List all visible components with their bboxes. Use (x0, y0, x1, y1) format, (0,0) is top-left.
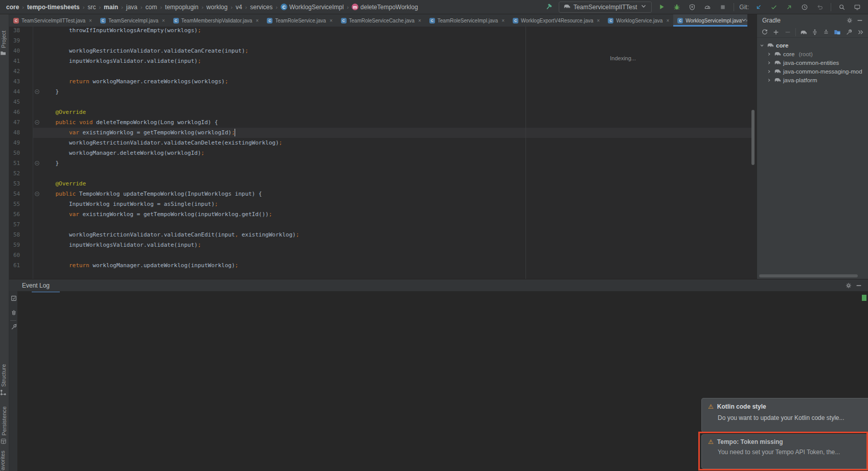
tool-button-favorites[interactable]: ★Favorites (0, 451, 6, 471)
tab-WorklogExportV4Resource.java[interactable]: CWorklogExportV4Resource.java× (509, 14, 604, 27)
breadcrumb-label: tempo-timesheets (27, 4, 80, 11)
line-number: 51 (13, 160, 29, 167)
build-hammer-icon[interactable] (543, 2, 555, 13)
hidden-tabs-chevron-icon[interactable] (740, 16, 747, 25)
tab-close-icon[interactable]: × (330, 18, 333, 23)
sources-folder-icon[interactable] (833, 28, 842, 37)
minimize-icon[interactable] (855, 16, 865, 25)
tool-button-project[interactable]: Project (0, 31, 7, 56)
code-token: worklogRestrictionValidator.validateCanD… (42, 139, 279, 146)
profiler-button[interactable] (702, 2, 713, 13)
expand-all-icon[interactable] (810, 28, 819, 37)
git-update-button[interactable] (753, 2, 764, 13)
tab-TeamMembershipValidator.java[interactable]: CTeamMembershipValidator.java× (169, 14, 263, 27)
tab-WorklogServiceImpl.java[interactable]: CWorklogServiceImpl.java× (673, 14, 747, 27)
chevron-right-icon[interactable] (766, 59, 772, 66)
code-token: ; (279, 139, 283, 146)
breadcrumb-item[interactable]: tempoplugin (164, 4, 199, 11)
tool-button-persistence[interactable]: Persistence (0, 406, 8, 444)
collapse-all-icon[interactable] (821, 28, 831, 37)
gradle-tree-item-java-common-entities[interactable]: java-common-entities (757, 58, 866, 67)
breadcrumb-item[interactable]: main (103, 4, 119, 11)
minimize-icon[interactable] (854, 281, 864, 290)
line-number: 54 (13, 191, 29, 197)
chevron-down-icon[interactable] (854, 448, 864, 457)
fold-marker[interactable]: − (35, 161, 39, 166)
coverage-button[interactable] (687, 2, 698, 13)
fold-marker[interactable]: − (35, 89, 39, 94)
event-log-entry (17, 291, 868, 294)
breadcrumb-item[interactable]: java (125, 4, 139, 11)
more-icon[interactable] (856, 28, 865, 37)
clear-all-icon[interactable] (10, 309, 17, 316)
tab-close-icon[interactable]: × (597, 18, 600, 23)
tab-close-icon[interactable]: × (666, 18, 669, 23)
clipped-link[interactable] (32, 291, 60, 292)
git-push-button[interactable] (784, 2, 795, 13)
settings-wrench-icon[interactable] (10, 323, 17, 331)
tab-close-icon[interactable]: × (501, 18, 505, 23)
tool-button-structure[interactable]: Structure (0, 364, 8, 396)
breadcrumb-item[interactable]: CWorklogServiceImpl (280, 4, 345, 11)
breadcrumb-item[interactable]: services (249, 4, 273, 11)
tab-TeamRoleService.java[interactable]: CTeamRoleService.java× (263, 14, 336, 27)
toolbar-settings-icon[interactable] (844, 28, 854, 37)
tab-close-icon[interactable]: × (162, 18, 165, 23)
event-log-header[interactable]: Event Log (9, 279, 868, 291)
close-icon[interactable] (854, 402, 864, 411)
breadcrumb-item[interactable]: mdeleteTempoWorklog (351, 4, 419, 11)
chevron-right-icon[interactable] (766, 68, 772, 75)
chevron-down-icon[interactable] (854, 413, 864, 422)
tree-label: core (783, 51, 794, 57)
fold-marker[interactable]: − (35, 120, 39, 125)
gear-icon[interactable] (844, 16, 855, 25)
gradle-horizontal-scrollbar[interactable] (759, 274, 858, 277)
tab-close-icon[interactable]: × (256, 18, 259, 23)
gear-icon[interactable] (843, 281, 854, 290)
gradle-elephant-icon (774, 76, 781, 84)
line-number: 47 (13, 119, 29, 126)
breadcrumb-item[interactable]: worklog (205, 4, 229, 11)
mark-read-icon[interactable] (10, 294, 17, 302)
git-commit-button[interactable] (768, 2, 780, 13)
add-icon[interactable] (771, 28, 781, 37)
code-line: var existingWorklog = getTempoWorklog(in… (42, 209, 272, 220)
search-everywhere-button[interactable] (836, 2, 848, 13)
code-editor[interactable]: 38 throwIfInputWorklogsAreEmpty(worklogs… (9, 27, 757, 279)
debug-button[interactable] (671, 2, 682, 13)
remove-icon[interactable] (783, 28, 792, 37)
text-caret (235, 129, 235, 136)
chevron-right-icon[interactable] (766, 77, 772, 84)
tab-WorklogService.java[interactable]: CWorklogService.java× (604, 14, 673, 27)
chevron-down-icon[interactable] (759, 42, 765, 49)
tab-TeamRoleServiceImpl.java[interactable]: CTeamRoleServiceImpl.java× (425, 14, 509, 27)
tab-close-icon[interactable]: × (89, 18, 92, 23)
tool-windows-button[interactable] (852, 2, 863, 13)
gear-icon[interactable] (840, 402, 851, 411)
tab-TeamServiceImplITTest.java[interactable]: CTeamServiceImplITTest.java× (9, 14, 96, 27)
fold-marker[interactable]: − (35, 192, 39, 196)
tab-TeamRoleServiceCache.java[interactable]: CTeamRoleServiceCache.java× (337, 14, 425, 27)
breadcrumb-item[interactable]: src (86, 4, 97, 11)
run-configuration-select[interactable]: TeamServiceImplITTest (559, 2, 652, 13)
code-line: return worklogManager.createWorklogs(wor… (42, 77, 228, 87)
rollback-button[interactable] (814, 2, 826, 13)
tab-close-icon[interactable]: × (418, 18, 421, 23)
breadcrumb-item[interactable]: com (144, 4, 158, 11)
history-button[interactable] (799, 2, 810, 13)
breadcrumb-item[interactable]: tempo-timesheets (26, 4, 81, 11)
run-button[interactable] (656, 2, 667, 13)
refresh-icon[interactable] (760, 28, 769, 37)
gradle-elephant-icon[interactable] (799, 28, 808, 37)
stop-button[interactable] (717, 2, 728, 13)
gradle-tree-item-core[interactable]: core(root) (757, 50, 866, 58)
breadcrumb-item[interactable]: core (5, 4, 20, 11)
editor-vertical-scrollbar[interactable] (751, 110, 755, 165)
breadcrumb-item[interactable]: v4 (235, 4, 243, 11)
gradle-tree-item-core[interactable]: core (757, 41, 866, 50)
chevron-right-icon[interactable] (766, 51, 772, 58)
gradle-tree-item-java-common-messaging-mod[interactable]: java-common-messaging-mod (757, 67, 866, 76)
tab-TeamServiceImpl.java[interactable]: CTeamServiceImpl.java× (96, 14, 169, 27)
code-token: InputWorklog inputWorklog = asSingle(inp… (42, 201, 215, 207)
gradle-tree-item-java-platform[interactable]: java-platform (757, 76, 866, 84)
